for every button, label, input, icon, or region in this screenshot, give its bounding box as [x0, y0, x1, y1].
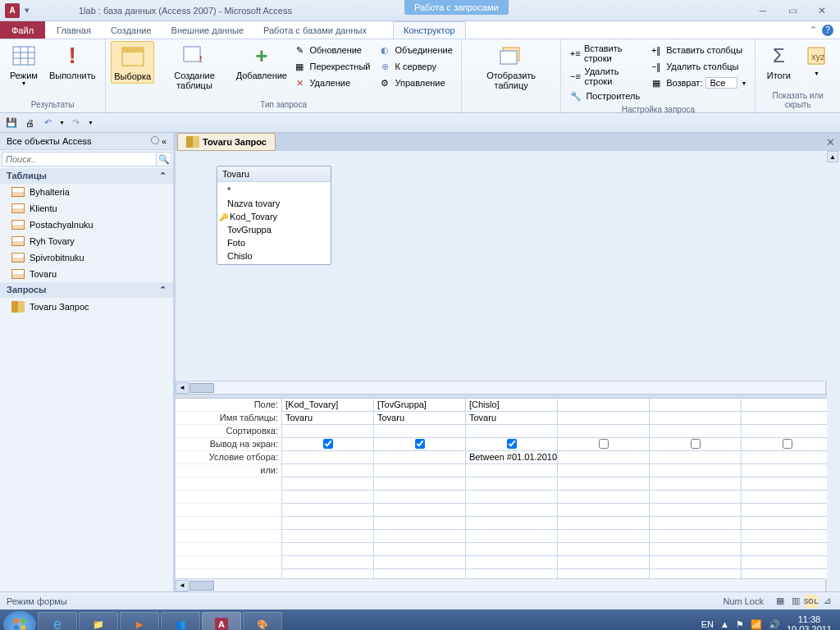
taskbar-paint[interactable]: 🎨	[243, 612, 282, 630]
delete-rows-button[interactable]: −≡Удалить строки	[566, 66, 645, 87]
svg-text:!: !	[199, 54, 203, 64]
nav-table-item[interactable]: Byhalteria	[0, 184, 173, 200]
datadef-button[interactable]: ⚙Управление	[375, 75, 455, 90]
delete-button[interactable]: ✕Удаление	[290, 75, 373, 90]
close-button[interactable]: ✕	[812, 4, 832, 17]
show-checkbox[interactable]	[783, 439, 792, 449]
save-icon[interactable]: 💾	[5, 116, 18, 130]
maketable-button[interactable]: !Создание таблицы	[156, 41, 233, 92]
nav-collapse-icon[interactable]: «	[162, 136, 167, 146]
return-button[interactable]: ▦Возврат: Все▼	[646, 75, 750, 90]
tray-volume-icon[interactable]: 🔊	[769, 619, 780, 630]
taskbar-wmp[interactable]: ▶	[120, 612, 159, 630]
field-item[interactable]: Nazva tovary	[217, 197, 331, 210]
start-button[interactable]	[3, 611, 36, 630]
tray-lang[interactable]: EN	[701, 619, 714, 629]
doc-close-button[interactable]: ✕	[826, 136, 835, 148]
showtable-button[interactable]: Отобразить таблицу	[467, 41, 556, 92]
view-datasheet-icon[interactable]: ▦	[774, 595, 787, 608]
tab-home[interactable]: Главная	[47, 21, 101, 39]
wrench-icon: ⚙	[378, 76, 391, 89]
passthru-button[interactable]: ⊕К серверу	[375, 59, 455, 74]
append-button[interactable]: +Добавление	[235, 41, 288, 82]
table-icon	[120, 43, 146, 70]
search-input[interactable]	[2, 152, 157, 167]
view-button[interactable]: Режим▼	[5, 41, 43, 88]
field-item[interactable]: Chislo	[217, 249, 331, 262]
nav-group-queries[interactable]: Запросы⌃	[0, 282, 173, 298]
params-button[interactable]: xyz▼	[798, 41, 834, 78]
grid-label: Имя таблицы:	[176, 412, 281, 425]
delete-cols-button[interactable]: −‖Удалить столбцы	[646, 59, 750, 74]
tray-up-icon[interactable]: ▲	[720, 619, 729, 629]
print-icon[interactable]: 🖨	[23, 116, 36, 130]
svg-point-15	[14, 625, 19, 630]
show-checkbox[interactable]	[599, 439, 609, 449]
grid-hscroll[interactable]: ◄►	[176, 578, 838, 591]
tab-external[interactable]: Внешние данные	[162, 21, 253, 39]
redo-icon[interactable]: ↷	[70, 116, 83, 130]
server-icon: ⊕	[378, 60, 391, 73]
taskbar-access[interactable]: A	[202, 612, 241, 630]
select-query-button[interactable]: Выборка	[111, 41, 153, 84]
nav-table-item[interactable]: Klientu	[0, 200, 173, 217]
search-icon[interactable]: 🔍	[157, 152, 171, 167]
nav-table-item[interactable]: Ryh Tovary	[0, 233, 173, 249]
view-other-icon[interactable]: ⊿	[820, 595, 833, 608]
taskbar-ie[interactable]: e	[38, 612, 77, 630]
grid-column[interactable]: [Chislo]TovaruBetween #01.01.2010	[466, 399, 558, 578]
totals-button[interactable]: ΣИтоги	[760, 41, 797, 82]
grid-column[interactable]	[558, 399, 650, 578]
insert-rows-button[interactable]: +≡Вставить строки	[566, 43, 645, 64]
tab-create[interactable]: Создание	[101, 21, 162, 39]
view-design-icon[interactable]: sᴏʟ	[805, 595, 818, 608]
field-item[interactable]: Foto	[217, 236, 331, 249]
table-box-tovaru[interactable]: Tovaru *Nazva tovaryKod_TovaryTovGruppaF…	[217, 166, 331, 265]
builder-button[interactable]: 🔧Построитель	[566, 89, 645, 103]
update-button[interactable]: ✎Обновление	[290, 43, 373, 57]
nav-table-item[interactable]: Tovaru	[0, 266, 173, 282]
grid-column[interactable]	[650, 399, 742, 578]
table-pane[interactable]: Tovaru *Nazva tovaryKod_TovaryTovGruppaF…	[176, 151, 838, 381]
nav-query-item[interactable]: Tovaru Запрос	[0, 298, 173, 316]
grid-column[interactable]: [TovGruppa]Tovaru	[374, 399, 466, 578]
nav-table-item[interactable]: Postachyalnuku	[0, 217, 173, 233]
help-icon[interactable]: ?	[822, 25, 833, 36]
view-sql-icon[interactable]: ▥	[789, 595, 802, 608]
field-item[interactable]: TovGruppa	[217, 223, 331, 236]
show-checkbox[interactable]	[691, 439, 701, 449]
vscroll[interactable]: ▲	[827, 151, 840, 591]
field-item[interactable]: Kod_Tovary	[217, 210, 331, 223]
run-button[interactable]: !Выполнить	[44, 41, 100, 82]
nav-header[interactable]: Все объекты Access «	[0, 133, 173, 150]
taskbar-explorer[interactable]: 📁	[79, 612, 118, 630]
nav-group-tables[interactable]: Таблицы⌃	[0, 168, 173, 184]
system-tray: EN ▲ ⚑ 📶 🔊 11:3810.03.2011	[701, 614, 837, 630]
field-item[interactable]: *	[217, 184, 331, 197]
upper-hscroll[interactable]: ◄►	[176, 381, 838, 394]
undo-icon[interactable]: ↶	[41, 116, 54, 130]
taskbar-msn[interactable]: 👥	[161, 612, 200, 630]
tab-design[interactable]: Конструктор	[393, 21, 466, 39]
maximize-button[interactable]: ▭	[783, 4, 802, 17]
show-checkbox[interactable]	[323, 439, 333, 449]
nav-filter-icon[interactable]	[151, 136, 159, 144]
svg-rect-7	[184, 47, 200, 62]
grid-column[interactable]: [Kod_Tovary]Tovaru	[282, 399, 374, 578]
ribbon-minimize-icon[interactable]: ⌃	[810, 25, 817, 35]
file-tab[interactable]: Файл	[0, 21, 45, 39]
minimize-button[interactable]: ─	[753, 4, 773, 17]
crosstab-button[interactable]: ▦Перекрестный	[290, 59, 373, 74]
tray-network-icon[interactable]: 📶	[751, 619, 762, 630]
tab-dbtools[interactable]: Работа с базами данных	[253, 21, 377, 39]
table-box-header: Tovaru	[217, 167, 331, 182]
show-checkbox[interactable]	[507, 439, 517, 449]
show-checkbox[interactable]	[415, 439, 425, 449]
nav-table-item[interactable]: Spivrobitnuku	[0, 249, 173, 266]
grid-column[interactable]	[742, 399, 833, 578]
tray-flag-icon[interactable]: ⚑	[736, 619, 744, 630]
union-button[interactable]: ◐Объединение	[375, 43, 455, 57]
insert-cols-button[interactable]: +‖Вставить столбцы	[646, 43, 750, 57]
tray-clock[interactable]: 11:3810.03.2011	[787, 614, 832, 630]
doc-tab-active[interactable]: Tovaru Запрос	[177, 133, 276, 151]
